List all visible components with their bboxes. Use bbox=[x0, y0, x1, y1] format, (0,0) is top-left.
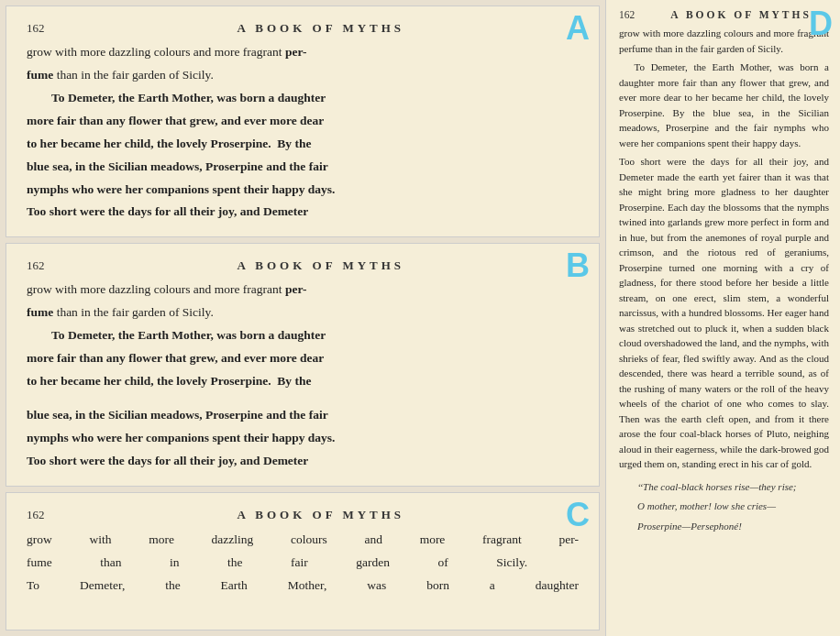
section-c-row-3: To Demeter, the Earth Mother, was born a… bbox=[27, 576, 579, 597]
section-d-para2: Too short were the days for all their jo… bbox=[619, 154, 829, 472]
section-b-gap bbox=[27, 395, 579, 406]
section-b-line-7: nymphs who were her companions spent the… bbox=[27, 429, 579, 448]
section-d-intro: grow with more dazzling colours and more… bbox=[619, 26, 829, 56]
word-colours: colours bbox=[291, 530, 327, 551]
word-the: the bbox=[227, 553, 243, 574]
section-c-label: C bbox=[566, 499, 590, 532]
section-a-page-number: 162 bbox=[27, 21, 45, 36]
word-more: more bbox=[149, 530, 174, 551]
word-daughter: daughter bbox=[536, 576, 579, 597]
section-a-line-7: nymphs who were her companions spent the… bbox=[27, 181, 579, 200]
word-than: than bbox=[100, 553, 121, 574]
section-d-page-number: 162 bbox=[619, 9, 635, 20]
word-garden: garden bbox=[356, 553, 390, 574]
section-a-line-1: grow with more dazzling colours and more… bbox=[27, 43, 579, 62]
poetry-line-2: O mother, mother! low she cries— bbox=[637, 499, 829, 515]
word-with: with bbox=[89, 530, 111, 551]
section-a-body: grow with more dazzling colours and more… bbox=[27, 43, 579, 222]
section-a-line-2: fume than in the fair garden of Sicily. bbox=[27, 66, 579, 85]
word-fair: fair bbox=[291, 553, 308, 574]
poetry-line-1: ‘‘The coal-black horses rise—they rise; bbox=[637, 479, 829, 496]
section-b-page-number: 162 bbox=[27, 258, 45, 273]
section-c-body: grow with more dazzling colours and more… bbox=[27, 530, 579, 597]
poetry-line-3: Proserpine—Persephoné! bbox=[637, 519, 829, 535]
section-c: C 162 A BOOK OF MYTHS grow with more daz… bbox=[6, 492, 600, 631]
section-a-title: A BOOK OF MYTHS bbox=[63, 21, 580, 36]
word-to: To bbox=[27, 576, 39, 597]
word-in: in bbox=[170, 553, 180, 574]
word-the2: the bbox=[165, 576, 181, 597]
word-and: and bbox=[364, 530, 382, 551]
section-b-line-4: more fair than any flower that grew, and… bbox=[27, 349, 579, 368]
section-b-line-1: grow with more dazzling colours and more… bbox=[27, 280, 579, 300]
section-d-body: grow with more dazzling colours and more… bbox=[619, 26, 829, 534]
word-more2: more bbox=[420, 530, 446, 551]
word-fragrant: fragrant bbox=[482, 530, 522, 551]
section-a-line-8: Too short were the days for all their jo… bbox=[27, 203, 579, 222]
word-empty bbox=[576, 553, 579, 574]
section-a-header: 162 A BOOK OF MYTHS bbox=[27, 21, 579, 36]
section-a-line-5: to her became her child, the lovely Pros… bbox=[27, 135, 579, 154]
word-demeter: Demeter, bbox=[80, 576, 125, 597]
word-mother: Mother, bbox=[288, 576, 327, 597]
section-a: A 162 A BOOK OF MYTHS grow with more daz… bbox=[6, 5, 600, 237]
section-d-label: D bbox=[809, 7, 833, 40]
section-a-label: A bbox=[566, 12, 590, 45]
section-a-line-3: To Demeter, the Earth Mother, was born a… bbox=[27, 89, 579, 108]
word-a: a bbox=[490, 576, 495, 597]
word-grow: grow bbox=[27, 530, 52, 551]
section-c-page-number: 162 bbox=[27, 508, 45, 522]
section-b-line-2: fume than in the fair garden of Sicily. bbox=[27, 303, 579, 323]
section-b-line-5: to her became her child, the lovely Pros… bbox=[27, 372, 579, 391]
section-b-line-6: blue sea, in the Sicilian meadows, Prose… bbox=[27, 406, 579, 425]
right-panel: D 162 A BOOK OF MYTHS grow with more daz… bbox=[605, 0, 840, 636]
section-a-line-4: more fair than any flower that grew, and… bbox=[27, 112, 579, 131]
word-sicily: Sicily. bbox=[496, 553, 527, 574]
section-b-line-3: To Demeter, the Earth Mother, was born a… bbox=[27, 326, 579, 345]
word-fume: fume bbox=[27, 553, 52, 574]
section-c-title: A BOOK OF MYTHS bbox=[63, 508, 580, 522]
section-b-title: A BOOK OF MYTHS bbox=[63, 258, 580, 273]
left-panel: A 162 A BOOK OF MYTHS grow with more daz… bbox=[0, 0, 605, 636]
word-was: was bbox=[367, 576, 386, 597]
section-c-row-1: grow with more dazzling colours and more… bbox=[27, 530, 579, 551]
section-b-line-8: Too short were the days for all their jo… bbox=[27, 452, 579, 471]
section-b-label: B bbox=[566, 249, 590, 282]
section-c-header: 162 A BOOK OF MYTHS bbox=[27, 508, 579, 522]
word-dazzling: dazzling bbox=[212, 530, 254, 551]
section-b-header: 162 A BOOK OF MYTHS bbox=[27, 258, 579, 273]
section-d-title: A BOOK OF MYTHS bbox=[653, 9, 829, 20]
section-b-body: grow with more dazzling colours and more… bbox=[27, 280, 579, 470]
word-earth: Earth bbox=[221, 576, 248, 597]
section-d-para1: To Demeter, the Earth Mother, was born a… bbox=[619, 60, 829, 150]
section-a-line-6: blue sea, in the Sicilian meadows, Prose… bbox=[27, 158, 579, 177]
section-d-poetry: ‘‘The coal-black horses rise—they rise; … bbox=[637, 479, 829, 535]
word-born: born bbox=[426, 576, 449, 597]
section-b: B 162 A BOOK OF MYTHS grow with more daz… bbox=[6, 243, 600, 486]
section-d-header: 162 A BOOK OF MYTHS bbox=[619, 9, 829, 20]
word-of: of bbox=[437, 553, 448, 574]
section-c-row-2: fume than in the fair garden of Sicily. bbox=[27, 553, 579, 574]
